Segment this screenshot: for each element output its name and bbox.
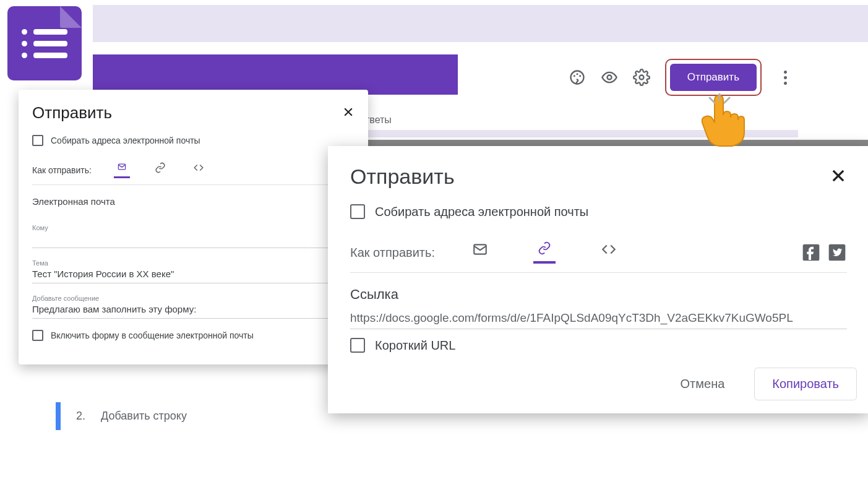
step-number: 2. [76,410,85,423]
twitter-icon[interactable] [827,243,847,262]
tab-text-remnant: тветы [365,114,392,126]
facebook-icon[interactable] [801,243,821,262]
collect-emails-checkbox[interactable] [350,204,365,219]
settings-icon[interactable] [633,69,650,86]
message-field[interactable]: Добавьте сообщение Предлагаю вам заполни… [32,283,355,319]
send-button-highlight: Отправить [665,59,762,96]
link-section-heading: Ссылка [350,273,847,311]
dialog-title: Отправить [350,165,455,189]
dialog-title: Отправить [32,103,112,123]
collect-emails-label: Собирать адреса электронной почты [51,136,200,145]
send-dialog-link: Отправить Собирать адреса электронной по… [328,146,868,413]
send-dialog-email: Отправить Собирать адреса электронной по… [19,90,368,364]
message-label: Добавьте сообщение [32,295,355,302]
subject-field[interactable]: Тема Тест "История России в XX веке" [32,248,355,283]
send-button[interactable]: Отправить [670,64,757,91]
to-field[interactable]: Кому [32,213,355,248]
link-url-field[interactable]: https://docs.google.com/forms/d/e/1FAIpQ… [350,311,847,329]
to-label: Кому [32,224,355,231]
more-icon[interactable] [776,69,794,86]
send-via-embed-tab[interactable] [598,241,620,264]
cursor-hand-pointer [696,93,747,152]
dialog-shadow-top [328,140,868,146]
send-via-email-tab[interactable] [114,162,130,178]
close-icon[interactable] [342,103,355,123]
svg-point-1 [574,75,575,77]
forms-logo [7,6,82,80]
close-icon[interactable] [830,167,847,187]
email-section-heading: Электронная почта [32,185,355,213]
short-url-label: Короткий URL [375,338,455,353]
svg-point-2 [576,73,578,75]
send-via-embed-tab[interactable] [191,162,207,178]
preview-icon[interactable] [601,69,618,86]
how-send-label: Как отправить: [350,246,435,260]
cancel-button[interactable]: Отмена [669,369,736,399]
send-via-link-tab[interactable] [533,241,556,264]
step-accent-bar [56,402,61,430]
step-text: Добавить строку [101,410,187,423]
send-via-email-tab[interactable] [469,241,491,264]
send-via-link-tab[interactable] [152,162,168,178]
svg-point-3 [579,75,581,77]
form-header-bar [93,54,458,95]
how-send-label: Как отправить: [32,165,92,175]
step-row: 2. Добавить строку [56,402,187,430]
include-form-checkbox[interactable] [32,330,43,341]
include-form-label: Включить форму в сообщение электронной п… [51,330,254,340]
collect-emails-label: Собирать адреса электронной почты [375,205,588,219]
svg-point-4 [607,75,611,80]
collect-emails-checkbox[interactable] [32,135,43,146]
copy-button[interactable]: Копировать [754,368,857,400]
decorative-top-band [93,5,868,42]
svg-point-5 [639,75,643,80]
palette-icon[interactable] [569,69,586,86]
short-url-checkbox[interactable] [350,338,365,353]
subject-label: Тема [32,259,355,267]
